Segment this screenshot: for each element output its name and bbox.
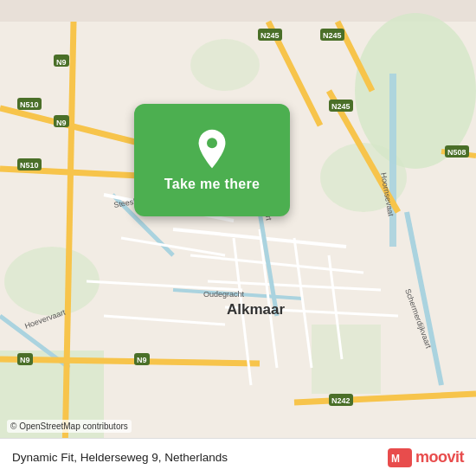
svg-text:N9: N9 xyxy=(20,356,30,364)
moovit-text: moovit xyxy=(415,448,464,466)
svg-rect-7 xyxy=(389,74,396,247)
map-container: N9 N9 N9 N9 N510 N510 N245 N245 N245 N9 … xyxy=(0,0,476,476)
svg-text:N510: N510 xyxy=(20,100,39,109)
svg-rect-5 xyxy=(312,325,381,394)
osm-attribution: © OpenStreetMap contributors xyxy=(7,420,132,433)
svg-text:N9: N9 xyxy=(137,356,147,364)
svg-point-6 xyxy=(190,39,260,91)
svg-text:N510: N510 xyxy=(20,161,39,170)
svg-line-13 xyxy=(0,359,260,363)
svg-point-65 xyxy=(207,138,217,148)
svg-point-4 xyxy=(4,247,100,316)
svg-text:N508: N508 xyxy=(447,148,466,157)
moovit-logo: M moovit xyxy=(388,448,464,467)
moovit-logo-icon: M xyxy=(388,448,412,467)
svg-text:Alkmaar: Alkmaar xyxy=(227,301,285,318)
location-label: Dynamic Fit, Helderseweg 9, Netherlands xyxy=(12,451,228,464)
osm-text: © OpenStreetMap contributors xyxy=(10,421,128,431)
bottom-bar: Dynamic Fit, Helderseweg 9, Netherlands … xyxy=(0,438,476,476)
location-pin-icon xyxy=(191,128,233,170)
map-background: N9 N9 N9 N9 N510 N510 N245 N245 N245 N9 … xyxy=(0,0,476,476)
svg-text:N245: N245 xyxy=(323,31,342,40)
svg-text:N9: N9 xyxy=(56,58,67,67)
svg-text:N245: N245 xyxy=(261,31,280,40)
svg-text:M: M xyxy=(391,453,400,465)
take-me-there-label: Take me there xyxy=(164,177,260,192)
svg-text:Oudegracht: Oudegracht xyxy=(203,290,245,299)
svg-text:N245: N245 xyxy=(331,102,351,111)
svg-text:N242: N242 xyxy=(331,396,351,405)
svg-text:N9: N9 xyxy=(56,119,67,127)
take-me-there-button[interactable]: Take me there xyxy=(134,104,290,216)
